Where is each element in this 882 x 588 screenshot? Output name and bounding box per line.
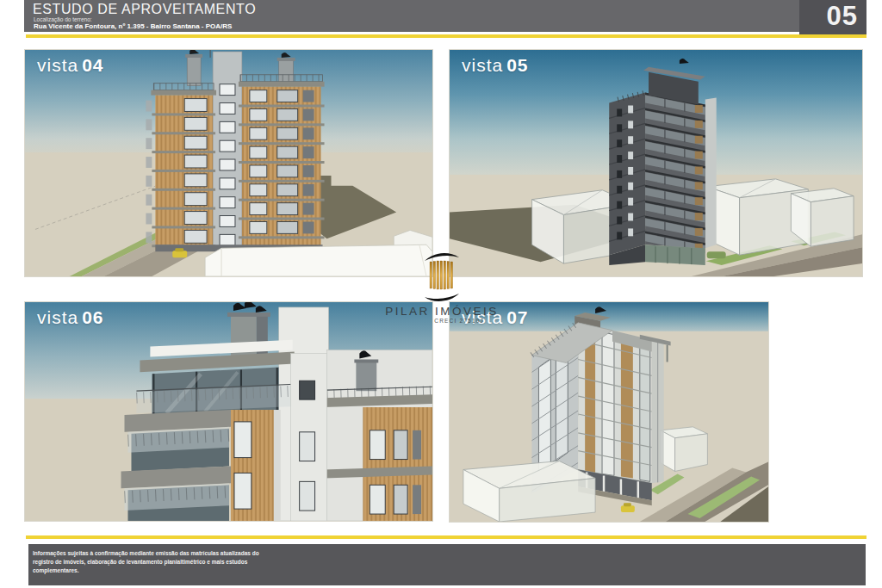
- vista-05-render: [450, 50, 862, 276]
- location-label: Localização do terreno:: [34, 16, 92, 22]
- vista-06-label: vista06: [37, 307, 104, 328]
- page-number: 05: [827, 1, 858, 32]
- footer-yellow-rule: [26, 535, 866, 539]
- panel-vista-04: vista04: [24, 49, 433, 277]
- panel-vista-05: vista05: [449, 49, 863, 277]
- header-yellow-rule: [26, 34, 866, 38]
- vista-06-label-prefix: vista: [37, 307, 78, 327]
- watermark: PILAR IMÓVEIS CRECI 27510J: [377, 251, 506, 324]
- vista-04-label-number: 04: [82, 55, 103, 75]
- header-band: ESTUDO DE APROVEITAMENTO Localização do …: [24, 0, 866, 32]
- vista-04-label-prefix: vista: [37, 55, 78, 75]
- vista-06-render: [25, 302, 432, 521]
- pillar-logo-icon: [422, 251, 462, 304]
- panel-vista-07: vista07: [449, 301, 769, 523]
- vista-07-render: [450, 302, 768, 522]
- neighbor-volume-large: [463, 461, 595, 522]
- watermark-brand: PILAR IMÓVEIS: [377, 305, 506, 318]
- vista-06-label-number: 06: [82, 307, 103, 327]
- footer-band: Informações sujeitas à confirmação media…: [28, 544, 866, 585]
- vista-05-label-number: 05: [506, 55, 528, 75]
- footer-disclaimer: Informações sujeitas à confirmação media…: [33, 549, 265, 574]
- estudo-aproveitamento-page: ESTUDO DE APROVEITAMENTO Localização do …: [0, 0, 882, 588]
- vista-05-label: vista05: [462, 55, 529, 76]
- vista-05-label-prefix: vista: [462, 55, 503, 75]
- vista-04-label: vista04: [37, 55, 104, 76]
- neighbor-volume-small: [661, 427, 708, 472]
- watermark-creci: CRECI 27510J: [377, 318, 506, 324]
- panel-vista-06: vista06: [24, 301, 433, 522]
- vista-07-label-number: 07: [506, 307, 528, 327]
- page-title: ESTUDO DE APROVEITAMENTO: [33, 2, 256, 17]
- vista-04-render: [25, 50, 432, 276]
- location-value: Rua Vicente da Fontoura, nº 1.395 - Bair…: [34, 22, 232, 30]
- page-number-box: 05: [799, 0, 866, 35]
